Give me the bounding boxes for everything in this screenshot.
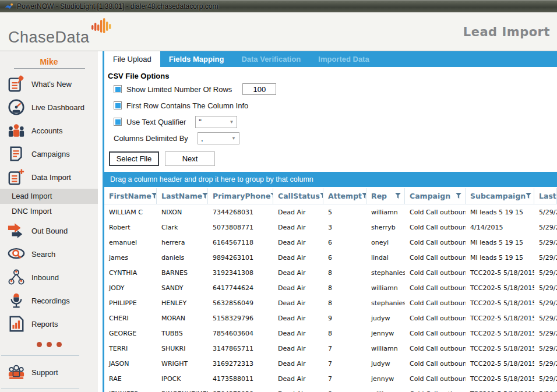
next-button[interactable]: Next — [165, 151, 215, 166]
document-plus-icon — [7, 168, 26, 186]
table-cell: 3 — [323, 220, 366, 235]
table-cell: williamn — [366, 204, 405, 220]
filter-icon[interactable] — [395, 193, 401, 199]
filter-icon[interactable] — [151, 193, 157, 199]
user-name: Mike — [0, 55, 98, 68]
table-cell: 3147865711 — [208, 341, 273, 356]
column-header-subcampaign[interactable]: Subcampaign — [466, 188, 534, 204]
table-cell: 4173588011 — [208, 371, 273, 386]
table-row[interactable]: jamesdaniels9894263101Dead Air6lindalCol… — [104, 250, 557, 265]
select-file-button[interactable]: Select File — [109, 151, 159, 166]
table-row[interactable]: TERRISHUKRI3147865711Dead Air7williamnCo… — [104, 341, 557, 356]
column-header-label: LastUp — [539, 192, 557, 200]
table-cell: 8 — [323, 295, 366, 310]
sidebar-item-inbound[interactable]: Inbound — [0, 266, 98, 289]
table-cell: 7 — [323, 341, 366, 356]
tab-fields-mapping[interactable]: Fields Mapping — [160, 51, 233, 67]
table-cell: MI leads 5 19 15 — [466, 250, 534, 265]
sidebar-item-support[interactable]: Support — [0, 361, 98, 384]
titlebar[interactable]: PowerNOW - StudioLight [1.38.01] - diale… — [0, 0, 557, 13]
table-cell: herrera — [157, 235, 208, 250]
column-header-label: Rep — [371, 192, 387, 200]
table-cell: Cold Call outbound — [405, 386, 466, 392]
table-cell: Cold Call outbound — [405, 295, 466, 310]
table-cell: 8 — [323, 280, 366, 295]
arrows-right-icon — [7, 221, 26, 240]
table-cell: WILLIAM C — [104, 204, 157, 220]
column-header-lastup[interactable]: LastUp — [534, 188, 557, 204]
table-row[interactable]: WILLIAM CNIXON7344268031Dead Air5william… — [104, 204, 557, 220]
table-cell: JODY — [104, 280, 157, 295]
filter-icon[interactable] — [456, 193, 461, 199]
column-header-label: Campaign — [410, 192, 450, 200]
table-row[interactable]: CHERIMORAN5158329796Dead Air9judywCold C… — [104, 310, 557, 326]
tab-bar: File Upload Fields Mapping Data Verifica… — [104, 51, 557, 67]
filter-icon[interactable] — [362, 193, 366, 199]
text-qualifier-select[interactable]: " ▼ — [195, 116, 237, 128]
column-header-firstname[interactable]: FirstName — [104, 188, 157, 204]
sidebar-item-lead-import[interactable]: Lead Import — [0, 189, 98, 204]
show-limited-rows-checkbox[interactable] — [114, 85, 122, 93]
table-cell: Cold Call outbound — [405, 326, 466, 341]
leads-grid: FirstNameLastNamePrimaryPhoneCallStatusA… — [104, 187, 557, 392]
table-cell: Dead Air — [273, 235, 323, 250]
table-cell: IPOCK — [157, 371, 208, 386]
table-row[interactable]: RAEIPOCK4173588011Dead Air7jennywCold Ca… — [104, 371, 557, 386]
table-cell: TCC202-5 5/18/2015 — [466, 295, 534, 310]
table-cell: JENNIFER — [104, 386, 157, 392]
tab-file-upload[interactable]: File Upload — [104, 51, 160, 67]
table-row[interactable]: GEORGETUBBS7854603604Dead Air8jennywCold… — [104, 326, 557, 341]
checkmark-icon — [115, 119, 121, 125]
sidebar-item-label: Campaigns — [31, 150, 70, 158]
table-cell: james — [104, 250, 157, 265]
column-header-campaign[interactable]: Campaign — [405, 188, 466, 204]
table-cell: 6164567118 — [208, 235, 273, 250]
table-cell: Cold Call outbound — [405, 220, 466, 235]
sidebar-item-live-dashboard[interactable]: Live Dashboard — [0, 96, 98, 119]
table-row[interactable]: emanuelherrera6164567118Dead Air6oneylCo… — [104, 235, 557, 250]
sidebar-item-data-import[interactable]: Data Import — [0, 165, 98, 189]
sidebar-item-whats-new[interactable]: What's New — [0, 72, 98, 96]
table-cell: 8 — [323, 265, 366, 280]
table-cell: jennyw — [366, 371, 405, 386]
table-row[interactable]: PHILIPPEHENLEY5632856049Dead Air8stephan… — [104, 295, 557, 310]
content-panel: File Upload Fields Mapping Data Verifica… — [103, 51, 557, 392]
table-cell: Dead Air — [273, 265, 323, 280]
table-cell: TCC202-5 5/18/2015 — [466, 280, 534, 295]
row-limit-input[interactable] — [242, 83, 276, 95]
sidebar-item-campaigns[interactable]: Campaigns — [0, 142, 98, 165]
table-cell: WRIGHT — [157, 356, 208, 371]
table-row[interactable]: JODYSANDY6417744624Dead Air8williamnCold… — [104, 280, 557, 295]
filter-icon[interactable] — [526, 193, 531, 199]
sidebar-item-label: Accounts — [31, 126, 62, 135]
table-row[interactable]: JENNIFERBINGENHEIMER8704273938Dead Air8w… — [104, 386, 557, 392]
table-cell: MI leads 5 19 15 — [466, 204, 534, 220]
table-cell: TCC202-5 5/18/2015 — [466, 356, 534, 371]
column-header-attempt[interactable]: Attempt — [323, 188, 366, 204]
table-cell: TCC202-5 5/18/2015 — [466, 371, 534, 386]
first-row-header-checkbox[interactable] — [114, 101, 122, 110]
sidebar-item-reports[interactable]: Reports — [0, 312, 98, 336]
column-header-callstatus[interactable]: CallStatus — [273, 188, 323, 204]
sidebar-item-out-bound[interactable]: Out Bound — [0, 219, 98, 242]
use-text-qualifier-checkbox[interactable] — [114, 118, 122, 126]
sidebar-item-search[interactable]: Search — [0, 242, 98, 266]
column-header-rep[interactable]: Rep — [366, 188, 405, 204]
column-header-lastname[interactable]: LastName — [157, 188, 208, 204]
table-cell: emanuel — [104, 235, 157, 250]
checkmark-icon — [115, 87, 121, 92]
table-cell: CHERI — [104, 310, 157, 326]
sidebar-item-dnc-import[interactable]: DNC Import — [0, 204, 98, 219]
table-row[interactable]: RobertClark5073808771Dead Air3sherrybCol… — [104, 220, 557, 235]
table-row[interactable]: JASONWRIGHT3169272313Dead Air7judywCold … — [104, 356, 557, 371]
sidebar-item-accounts[interactable]: Accounts — [0, 119, 98, 142]
group-by-dropzone[interactable]: Drag a column header and drop it here to… — [104, 172, 557, 187]
more-pages-dots[interactable] — [0, 336, 98, 351]
sidebar-item-recordings[interactable]: Recordings — [0, 289, 98, 312]
column-header-primaryphone[interactable]: PrimaryPhone — [208, 188, 273, 204]
table-cell: 3169272313 — [208, 356, 273, 371]
filter-icon[interactable] — [202, 193, 208, 199]
table-row[interactable]: CYNTHIABARNES3192341308Dead Air8stephani… — [104, 265, 557, 280]
column-header-label: PrimaryPhone — [213, 192, 270, 200]
delimiter-select[interactable]: , ▼ — [198, 132, 239, 144]
